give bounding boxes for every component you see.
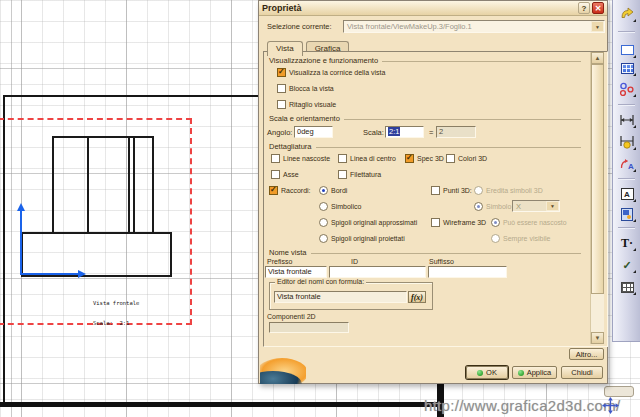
radio-icon: [319, 202, 328, 211]
formula-fx-button[interactable]: f(x): [408, 291, 426, 303]
brand-swoosh-logo: [260, 356, 306, 384]
checkbox-icon: [271, 170, 280, 179]
ok-green-icon: [477, 370, 483, 376]
radio-icon: [474, 186, 483, 195]
componenti2d-label: Componenti 2D: [267, 313, 316, 320]
tab-vista[interactable]: Vista: [267, 41, 303, 56]
radio-puo-essere-nascosto: Può essere nascosto: [491, 218, 566, 227]
radio-spigoli-approssimati[interactable]: Spigoli originali approssimati: [319, 218, 417, 227]
picture-clipboard-icon[interactable]: [617, 205, 637, 223]
checkbox-filettatura[interactable]: Filettatura: [338, 170, 381, 179]
checkbox-linea-centro[interactable]: Linea di centro: [338, 154, 396, 163]
view-frame-icon[interactable]: [617, 41, 637, 59]
scroll-down-icon[interactable]: ▼: [591, 332, 604, 344]
chiudi-button[interactable]: Chiudi: [561, 366, 603, 379]
chevron-down-icon: ▼: [546, 201, 559, 211]
radio-selected-icon: [491, 218, 500, 227]
view-caption: Vista frontale Scala: 2:1: [93, 287, 139, 339]
sheet-grid-icon[interactable]: [617, 59, 637, 77]
scala-value-readonly: 2: [436, 126, 476, 138]
radio-icon: [319, 218, 328, 227]
axis-x-line: [21, 273, 79, 275]
editor-formula-group: Editor dei nomi con formula: Vista front…: [269, 282, 433, 310]
constraint-dimension-icon[interactable]: [617, 133, 637, 151]
annotation-arrow-icon[interactable]: A: [617, 155, 637, 173]
svg-text:A: A: [628, 162, 634, 171]
section-scala: Scala e orientamento: [269, 114, 581, 123]
radio-selected-icon: [319, 186, 328, 195]
dialog-title: Proprietà: [262, 3, 576, 13]
close-button[interactable]: ✕: [592, 2, 604, 14]
checkbox-raccordi[interactable]: Raccordi:: [269, 186, 311, 195]
toolbar-separator: [618, 227, 635, 229]
radio-bordi[interactable]: Bordi: [319, 186, 347, 195]
drawing-upper-block: [52, 136, 154, 234]
checkbox-linee-nascoste[interactable]: Linee nascoste: [271, 154, 330, 163]
ok-button[interactable]: OK: [466, 366, 508, 379]
checkbox-punti3d[interactable]: Punti 3D:: [431, 186, 472, 195]
checkbox-asse[interactable]: Asse: [271, 170, 299, 179]
pan-compass-icon[interactable]: [601, 396, 620, 417]
checkbox-spec3d[interactable]: Spec 3D: [405, 154, 444, 163]
toolbar-separator: [618, 31, 635, 33]
update-icon[interactable]: [617, 5, 637, 23]
drawing-base-block: [21, 232, 172, 277]
angolo-input[interactable]: 0deg: [294, 126, 333, 138]
radio-eredita-simboli: Eredita simboli 3D: [474, 186, 543, 195]
dialog-titlebar[interactable]: Proprietà ? ✕: [259, 1, 607, 16]
help-button[interactable]: ?: [578, 2, 590, 14]
axis-y-line: [20, 211, 22, 275]
radio-icon: [319, 234, 328, 243]
checkbox-checked-icon: [269, 186, 278, 195]
editor-formula-label: Editor dei nomi con formula:: [275, 278, 366, 285]
checkbox-visualizza-cornice[interactable]: Visualizza la cornice della vista: [277, 68, 385, 77]
tolerance-check-icon[interactable]: ✓: [617, 256, 637, 274]
componenti2d-field: [269, 322, 349, 333]
applica-button[interactable]: Applica: [512, 366, 557, 379]
scroll-up-icon[interactable]: ▲: [591, 52, 604, 64]
watermark-url: http://www.grafica2d3d.com/: [424, 397, 621, 414]
check-glyph: ✓: [622, 260, 631, 271]
simbolo-combo: X ▼: [512, 200, 560, 212]
scrollbar-thumb[interactable]: [591, 64, 604, 294]
section-visualizzazione: Visualizzazione e funzionamento: [269, 56, 581, 65]
current-selection-value: Vista frontale/ViewMakeUp.3/Foglio.1: [344, 21, 591, 32]
text-tool-icon[interactable]: T: [617, 234, 637, 252]
view-caption-scale: Scala: 2:1: [93, 320, 139, 327]
suffisso-label: Suffisso: [429, 258, 454, 265]
checkbox-blocca-vista[interactable]: Blocca la vista: [277, 84, 334, 93]
radio-spigoli-proiettati[interactable]: Spigoli originali proiettati: [319, 234, 405, 243]
application-canvas: Vista frontale Scala: 2:1 http://www.gra…: [0, 0, 640, 417]
checkbox-ritaglio-visuale[interactable]: Ritaglio visuale: [277, 100, 336, 109]
checkbox-colori3d[interactable]: Colori 3D: [446, 154, 487, 163]
radio-simbolico[interactable]: Simbolico: [319, 202, 361, 211]
id-input[interactable]: [329, 266, 426, 278]
chevron-down-icon[interactable]: ▼: [591, 21, 604, 32]
framed-text-icon[interactable]: A: [617, 185, 637, 203]
drafting-toolbar: A A T ✓: [612, 0, 640, 342]
checkbox-icon: [431, 186, 440, 195]
simbolo-combo-value: X: [513, 201, 546, 211]
prefisso-label: Prefisso: [267, 258, 292, 265]
prefisso-input[interactable]: Vista frontale: [265, 266, 327, 278]
axis-y-arrow-icon: [17, 203, 25, 211]
radio-selected-icon: [474, 202, 483, 211]
scala-input[interactable]: 2:1: [385, 126, 424, 138]
drawing-line: [128, 138, 130, 232]
scala-label: Scala:: [363, 128, 384, 137]
altro-button[interactable]: Altro...: [569, 348, 604, 360]
current-selection-combo[interactable]: Vista frontale/ViewMakeUp.3/Foglio.1 ▼: [343, 20, 605, 33]
suffisso-input[interactable]: [428, 266, 507, 278]
dimension-icon[interactable]: [617, 111, 637, 129]
equals-label: =: [429, 128, 433, 137]
points-circles-icon[interactable]: [617, 80, 637, 98]
table-icon[interactable]: [617, 278, 637, 296]
frame-text-glyph: A: [621, 188, 634, 200]
selection-label: Selezione corrente:: [267, 22, 332, 31]
checkbox-icon: [271, 154, 280, 163]
checkbox-wireframe3d[interactable]: Wireframe 3D: [431, 218, 486, 227]
radio-simbolo: Simbolo: [474, 202, 511, 211]
checkbox-label: Blocca la vista: [289, 85, 334, 92]
formula-name-field[interactable]: Vista frontale: [274, 291, 407, 303]
dialog-scrollbar[interactable]: ▲ ▼: [590, 52, 604, 344]
